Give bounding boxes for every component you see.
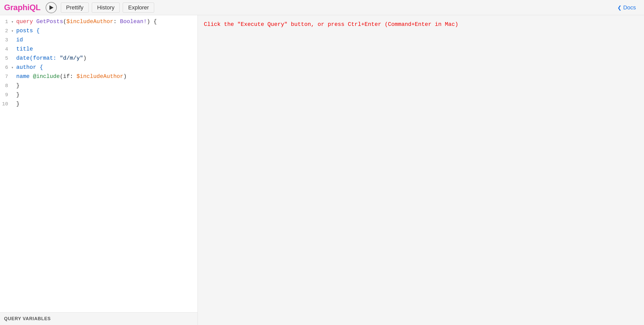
line-number: 2 <box>0 27 11 35</box>
fold-indicator[interactable]: ▾ <box>11 65 15 71</box>
app-logo: GraphiQL <box>4 3 41 12</box>
code-content: author { <box>15 63 198 72</box>
code-segment: "d/m/y" <box>60 55 83 61</box>
prettify-button[interactable]: Prettify <box>61 3 89 13</box>
code-line: 10 } <box>0 100 198 109</box>
line-number: 6 <box>0 63 11 72</box>
code-segment: } <box>16 92 20 98</box>
code-segment: GetPosts <box>36 19 63 25</box>
line-number: 5 <box>0 54 11 62</box>
results-hint: Click the "Execute Query" button, or pre… <box>204 20 638 29</box>
code-content: } <box>15 90 198 99</box>
line-number: 7 <box>0 73 11 81</box>
code-segment: name <box>16 73 33 80</box>
code-segment: date(format: <box>16 55 60 61</box>
results-pane: Click the "Execute Query" button, or pre… <box>198 15 644 325</box>
editor-pane: 1▾query GetPosts($includeAuthor: Boolean… <box>0 15 198 325</box>
code-segment: ( <box>63 19 66 25</box>
code-content: } <box>15 81 198 90</box>
line-number: 3 <box>0 36 11 44</box>
code-segment: } <box>16 83 20 89</box>
line-number: 9 <box>0 91 11 99</box>
chevron-left-icon: ❮ <box>617 5 622 11</box>
code-line: 1▾query GetPosts($includeAuthor: Boolean… <box>0 17 198 26</box>
code-line: 3 id <box>0 36 198 45</box>
code-lines: 1▾query GetPosts($includeAuthor: Boolean… <box>0 17 198 109</box>
code-content: date(format: "d/m/y") <box>15 54 198 63</box>
code-line: 2▾ posts { <box>0 26 198 36</box>
code-segment: ) <box>83 55 86 61</box>
docs-button[interactable]: ❮ Docs <box>613 3 640 12</box>
query-variables-panel[interactable]: QUERY VARIABLES <box>0 312 198 325</box>
code-line: 5 date(format: "d/m/y") <box>0 54 198 63</box>
code-segment: posts { <box>16 28 40 34</box>
fold-indicator[interactable]: ▾ <box>11 19 15 26</box>
execute-button[interactable] <box>46 2 57 13</box>
code-content: query GetPosts($includeAuthor: Boolean!)… <box>15 17 198 26</box>
code-line: 7 name @include(if: $includeAuthor) <box>0 72 198 81</box>
code-segment: } <box>16 101 20 107</box>
code-line: 4 title <box>0 45 198 54</box>
fold-indicator[interactable]: ▾ <box>11 28 15 35</box>
code-segment: : <box>113 19 120 25</box>
docs-label: Docs <box>623 4 636 11</box>
code-segment: $includeAuthor <box>77 73 123 80</box>
code-segment: title <box>16 46 33 52</box>
code-segment: ) { <box>147 19 157 25</box>
history-button[interactable]: History <box>92 3 120 13</box>
code-segment: Boolean! <box>120 19 147 25</box>
code-line: 6▾ author { <box>0 63 198 72</box>
line-number: 1 <box>0 18 11 26</box>
code-segment: query <box>16 19 36 25</box>
line-number: 4 <box>0 45 11 53</box>
play-icon <box>49 5 53 10</box>
code-content: posts { <box>15 26 198 35</box>
code-content: name @include(if: $includeAuthor) <box>15 72 198 81</box>
query-variables-label: QUERY VARIABLES <box>4 316 51 321</box>
code-segment: author { <box>16 64 43 71</box>
code-line: 9 } <box>0 90 198 100</box>
code-segment: $includeAuthor <box>66 19 113 25</box>
line-number: 8 <box>0 82 11 90</box>
explorer-button[interactable]: Explorer <box>123 3 154 13</box>
code-content: id <box>15 36 198 44</box>
code-segment: (if: <box>60 73 77 80</box>
code-editor[interactable]: 1▾query GetPosts($includeAuthor: Boolean… <box>0 15 198 312</box>
code-segment: ) <box>123 73 127 80</box>
code-content: title <box>15 45 198 54</box>
code-segment: id <box>16 37 23 43</box>
toolbar: GraphiQL Prettify History Explorer ❮ Doc… <box>0 0 644 15</box>
code-segment: @include <box>33 73 60 80</box>
code-content: } <box>15 100 198 108</box>
code-line: 8 } <box>0 81 198 90</box>
main-content: 1▾query GetPosts($includeAuthor: Boolean… <box>0 15 644 325</box>
line-number: 10 <box>0 100 11 108</box>
